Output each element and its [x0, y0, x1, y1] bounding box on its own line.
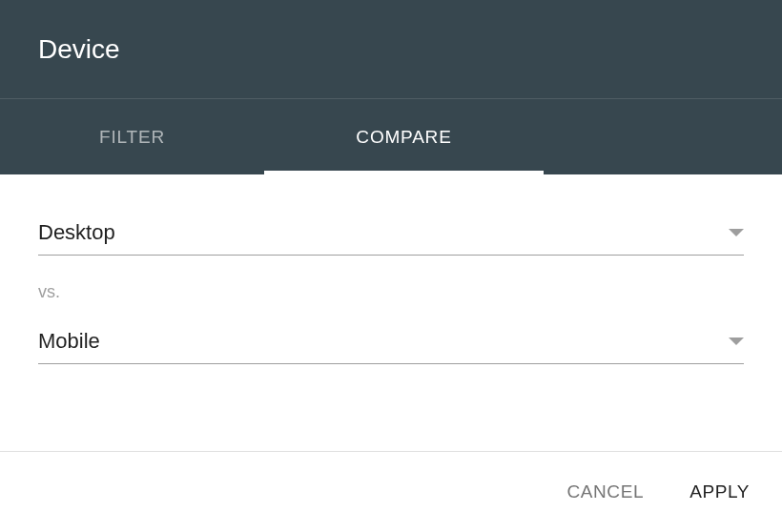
tab-filter[interactable]: FILTER — [0, 99, 264, 174]
tab-bar: FILTER COMPARE — [0, 99, 782, 174]
tab-compare[interactable]: COMPARE — [264, 99, 544, 174]
first-device-value: Desktop — [38, 220, 115, 245]
chevron-down-icon — [729, 229, 744, 236]
chevron-down-icon — [729, 338, 744, 345]
dialog-header: Device — [0, 0, 782, 99]
first-device-select[interactable]: Desktop — [38, 220, 744, 256]
dialog-footer: CANCEL APPLY — [0, 451, 782, 532]
tab-filter-label: FILTER — [99, 127, 165, 148]
tab-compare-label: COMPARE — [356, 127, 451, 148]
cancel-button[interactable]: CANCEL — [566, 481, 644, 502]
dialog-title: Device — [38, 34, 120, 65]
vs-label: vs. — [38, 282, 744, 302]
second-device-value: Mobile — [38, 329, 100, 354]
apply-button[interactable]: APPLY — [689, 481, 750, 502]
compare-panel: Desktop vs. Mobile — [0, 174, 782, 402]
second-device-select[interactable]: Mobile — [38, 329, 744, 364]
